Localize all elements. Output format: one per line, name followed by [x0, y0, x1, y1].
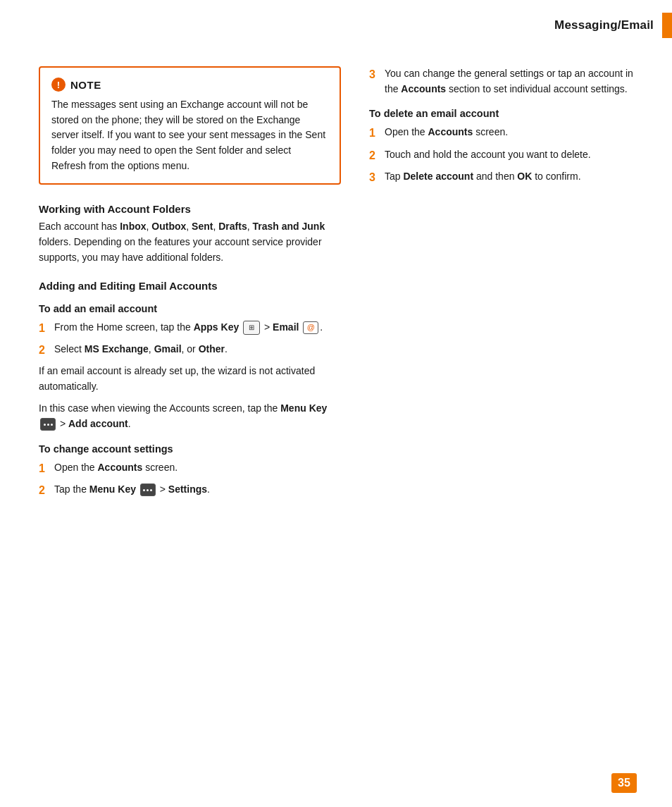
note-icon: !	[51, 78, 66, 92]
note-header: ! NOTE	[51, 78, 328, 92]
header-title: Messaging/Email	[554, 18, 654, 32]
add-step-2: 2 Select MS Exchange, Gmail, or Other.	[39, 342, 341, 358]
right-step-3: 3 You can change the general settings or…	[369, 66, 637, 97]
change-step-2: 2 Tap the Menu Key > Settings.	[39, 482, 341, 498]
right-column: 3 You can change the general settings or…	[369, 66, 637, 504]
already-set-up-note: If an email account is already set up, t…	[39, 364, 341, 394]
adding-editing-heading: Adding and Editing Email Accounts	[39, 280, 341, 292]
ms-exchange-bold: MS Exchange	[85, 343, 149, 355]
change-step-1: 1 Open the Accounts screen.	[39, 460, 341, 476]
change-step-1-text: Open the Accounts screen.	[54, 460, 178, 476]
add-step-1: 1 From the Home screen, tap the Apps Key…	[39, 320, 341, 336]
step-1-num: 1	[39, 320, 49, 336]
step-2-num: 2	[39, 342, 49, 358]
note-text: The messages sent using an Exchange acco…	[51, 97, 328, 173]
menu-key-icon-2	[140, 483, 156, 496]
working-folders-heading: Working with Account Folders	[39, 203, 341, 215]
delete-step-3-num: 3	[369, 169, 379, 185]
note-title: NOTE	[70, 79, 101, 91]
right-step-3-text: You can change the general settings or t…	[385, 66, 637, 97]
ok-bold: OK	[517, 171, 532, 182]
main-content: ! NOTE The messages sent using an Exchan…	[0, 45, 672, 525]
trash-junk-bold: Trash and Junk	[252, 221, 325, 232]
add-account-bold: Add account	[68, 418, 128, 429]
inbox-bold: Inbox	[120, 221, 146, 232]
change-step-1-num: 1	[39, 460, 49, 476]
change-settings-subheading: To change account settings	[39, 443, 341, 455]
email-bold: Email	[273, 321, 299, 333]
delete-step-1-num: 1	[369, 125, 379, 141]
delete-step-2-num: 2	[369, 147, 379, 164]
delete-step-3: 3 Tap Delete account and then OK to conf…	[369, 169, 637, 185]
step-1-text: From the Home screen, tap the Apps Key ⊞…	[54, 320, 323, 335]
delete-step-1: 1 Open the Accounts screen.	[369, 125, 637, 141]
page-header: Messaging/Email	[0, 0, 672, 45]
menu-key-icon-1	[40, 418, 56, 431]
sent-bold: Sent	[192, 221, 213, 232]
apps-key-bold: Apps Key	[194, 321, 239, 333]
note-box: ! NOTE The messages sent using an Exchan…	[39, 66, 341, 185]
delete-step-3-text: Tap Delete account and then OK to confir…	[385, 169, 581, 185]
working-folders-text: Each account has Inbox, Outbox, Sent, Dr…	[39, 219, 341, 265]
delete-step-2: 2 Touch and hold the account you want to…	[369, 147, 637, 164]
accounts-bold-1: Accounts	[98, 462, 143, 473]
email-icon: @	[303, 321, 318, 334]
delete-account-bold: Delete account	[403, 171, 473, 182]
change-step-2-num: 2	[39, 482, 49, 498]
right-step-3-num: 3	[369, 66, 379, 82]
drafts-bold: Drafts	[218, 221, 247, 232]
accounts-bold-delete: Accounts	[428, 126, 473, 137]
accounts-screen-note: In this case when viewing the Accounts s…	[39, 401, 341, 431]
delete-step-1-text: Open the Accounts screen.	[385, 125, 508, 140]
change-step-2-text: Tap the Menu Key > Settings.	[54, 482, 210, 498]
delete-step-2-text: Touch and hold the account you want to d…	[385, 147, 591, 163]
left-column: ! NOTE The messages sent using an Exchan…	[39, 66, 341, 504]
accounts-bold-right: Accounts	[401, 83, 446, 94]
header-accent-bar	[662, 13, 672, 38]
menu-key-bold-2: Menu Key	[89, 483, 136, 495]
gmail-bold: Gmail	[154, 343, 182, 355]
apps-key-icon: ⊞	[243, 321, 260, 335]
add-account-subheading: To add an email account	[39, 303, 341, 314]
menu-key-bold-1: Menu Key	[280, 402, 327, 414]
page-number: 35	[611, 773, 637, 793]
other-bold: Other	[199, 343, 225, 355]
outbox-bold: Outbox	[151, 221, 186, 232]
delete-account-subheading: To delete an email account	[369, 108, 637, 119]
step-2-text: Select MS Exchange, Gmail, or Other.	[54, 342, 228, 357]
settings-bold: Settings	[168, 483, 207, 495]
